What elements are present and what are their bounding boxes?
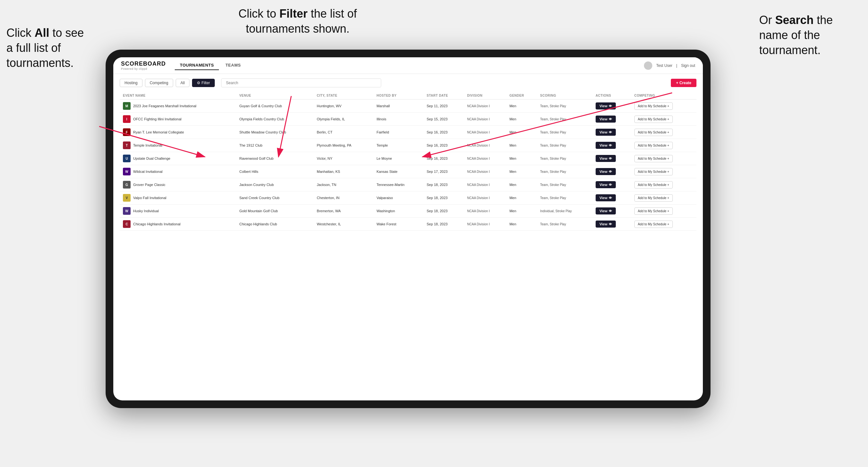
start-date-cell-4: Sep 16, 2023 (424, 139, 464, 152)
main-nav: TOURNAMENTS TEAMS (175, 61, 644, 70)
view-button-8[interactable]: View 👁 (596, 194, 616, 201)
competing-cell-4: Add to My Schedule + (631, 139, 696, 152)
search-input[interactable] (221, 79, 381, 87)
city-state-cell-3: Berlin, CT (314, 126, 373, 139)
annotation-topright: Or Search thename of thetournament. (759, 13, 862, 58)
division-cell-6: NCAA Division I (464, 165, 506, 178)
eye-icon-2: 👁 (609, 118, 612, 121)
division-cell-9: NCAA Division I (464, 205, 506, 218)
team-logo-3: F (123, 128, 131, 136)
scoring-cell-8: Team, Stroke Play (537, 191, 592, 205)
eye-icon-4: 👁 (609, 144, 612, 147)
col-scoring: SCORING (537, 92, 592, 99)
action-cell-5: View 👁 (592, 152, 631, 165)
eye-icon-9: 👁 (609, 209, 612, 213)
scoring-cell-9: Individual, Stroke Play (537, 205, 592, 218)
view-button-7[interactable]: View 👁 (596, 181, 616, 188)
tournaments-table: EVENT NAME VENUE CITY, STATE HOSTED BY S… (120, 92, 696, 231)
col-venue: VENUE (236, 92, 314, 99)
gender-cell-7: Men (506, 178, 537, 191)
col-event-name: EVENT NAME (120, 92, 236, 99)
city-state-cell-10: Westchester, IL (314, 218, 373, 231)
competing-cell-6: Add to My Schedule + (631, 165, 696, 178)
table-row: W Wildcat Invitational Colbert Hills Man… (120, 165, 696, 178)
view-button-4[interactable]: View 👁 (596, 142, 616, 149)
action-cell-2: View 👁 (592, 113, 631, 126)
team-logo-2: I (123, 115, 131, 123)
nav-tab-teams[interactable]: TEAMS (220, 61, 246, 70)
team-logo-8: V (123, 194, 131, 201)
division-cell-2: NCAA Division I (464, 113, 506, 126)
eye-icon-10: 👁 (609, 222, 612, 226)
venue-cell-9: Gold Mountain Golf Club (236, 205, 314, 218)
app-logo-sub: Powered by clippd (121, 67, 166, 70)
view-button-5[interactable]: View 👁 (596, 155, 616, 162)
city-state-cell-8: Chesterton, IN (314, 191, 373, 205)
city-state-cell-2: Olympia Fields, IL (314, 113, 373, 126)
venue-cell-3: Shuttle Meadow Country Club (236, 126, 314, 139)
city-state-cell-6: Manhattan, KS (314, 165, 373, 178)
division-cell-7: NCAA Division I (464, 178, 506, 191)
add-schedule-button-5[interactable]: Add to My Schedule + (634, 155, 673, 162)
hosted-by-cell-1: Marshall (373, 99, 424, 113)
scoring-cell-6: Team, Stroke Play (537, 165, 592, 178)
division-cell-1: NCAA Division I (464, 99, 506, 113)
view-button-1[interactable]: View 👁 (596, 102, 616, 110)
event-name-cell-5: U Upstate Dual Challenge (120, 152, 236, 165)
venue-cell-2: Olympia Fields Country Club (236, 113, 314, 126)
nav-tab-tournaments[interactable]: TOURNAMENTS (175, 61, 219, 70)
view-button-10[interactable]: View 👁 (596, 221, 616, 227)
view-button-2[interactable]: View 👁 (596, 116, 616, 123)
create-button[interactable]: + Create (671, 79, 696, 87)
hosted-by-cell-4: Temple (373, 139, 424, 152)
view-button-9[interactable]: View 👁 (596, 208, 616, 214)
eye-icon-7: 👁 (609, 183, 612, 187)
event-name-6: Wildcat Invitational (133, 169, 163, 174)
add-schedule-button-6[interactable]: Add to My Schedule + (634, 168, 673, 176)
competing-cell-3: Add to My Schedule + (631, 126, 696, 139)
add-schedule-button-8[interactable]: Add to My Schedule + (634, 194, 673, 201)
filter-options-btn[interactable]: ⚙ Filter (192, 79, 215, 87)
start-date-cell-9: Sep 18, 2023 (424, 205, 464, 218)
add-schedule-button-9[interactable]: Add to My Schedule + (634, 208, 673, 215)
team-logo-1: M (123, 102, 131, 110)
team-logo-7: G (123, 181, 131, 189)
gender-cell-1: Men (506, 99, 537, 113)
venue-cell-10: Chicago Highlands Club (236, 218, 314, 231)
add-schedule-button-2[interactable]: Add to My Schedule + (634, 116, 673, 123)
action-cell-9: View 👁 (592, 205, 631, 218)
start-date-cell-2: Sep 15, 2023 (424, 113, 464, 126)
add-schedule-button-10[interactable]: Add to My Schedule + (634, 221, 673, 228)
team-logo-10: C (123, 220, 131, 228)
scoring-cell-2: Team, Stroke Play (537, 113, 592, 126)
event-name-cell-6: W Wildcat Invitational (120, 165, 236, 178)
event-name-cell-9: W Husky Individual (120, 205, 236, 218)
all-filter-btn[interactable]: All (176, 79, 189, 87)
signout-link[interactable]: Sign out (681, 63, 695, 68)
scoring-cell-10: Team, Stroke Play (537, 218, 592, 231)
add-schedule-button-7[interactable]: Add to My Schedule + (634, 181, 673, 189)
action-cell-4: View 👁 (592, 139, 631, 152)
add-schedule-button-1[interactable]: Add to My Schedule + (634, 102, 673, 110)
action-cell-7: View 👁 (592, 178, 631, 191)
competing-cell-9: Add to My Schedule + (631, 205, 696, 218)
competing-filter-btn[interactable]: Competing (145, 79, 173, 87)
venue-cell-1: Guyan Golf & Country Club (236, 99, 314, 113)
start-date-cell-7: Sep 18, 2023 (424, 178, 464, 191)
team-logo-5: U (123, 155, 131, 162)
eye-icon-1: 👁 (609, 104, 612, 108)
hosting-filter-btn[interactable]: Hosting (120, 79, 143, 87)
division-cell-4: NCAA Division I (464, 139, 506, 152)
gender-cell-10: Men (506, 218, 537, 231)
col-gender: GENDER (506, 92, 537, 99)
start-date-cell-10: Sep 18, 2023 (424, 218, 464, 231)
add-schedule-button-4[interactable]: Add to My Schedule + (634, 142, 673, 149)
view-button-3[interactable]: View 👁 (596, 129, 616, 136)
view-button-6[interactable]: View 👁 (596, 168, 616, 175)
gender-cell-6: Men (506, 165, 537, 178)
city-state-cell-7: Jackson, TN (314, 178, 373, 191)
separator: | (676, 63, 677, 68)
start-date-cell-3: Sep 16, 2023 (424, 126, 464, 139)
app-header: SCOREBOARD Powered by clippd TOURNAMENTS… (113, 57, 703, 74)
add-schedule-button-3[interactable]: Add to My Schedule + (634, 129, 673, 136)
